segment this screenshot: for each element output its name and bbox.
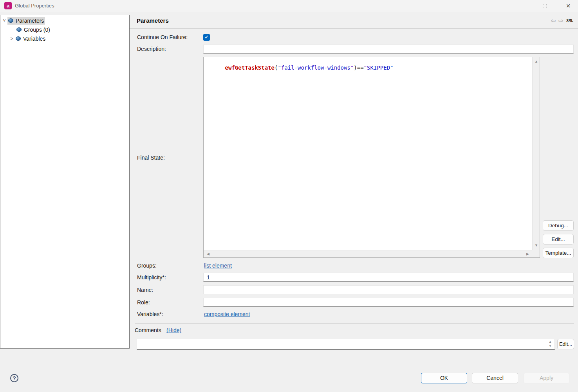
tree-item-groups[interactable]: Groups (0)	[0, 25, 129, 34]
comments-input[interactable]: ▲ ▼	[137, 339, 555, 350]
name-label: Name:	[137, 287, 153, 293]
tree-node-selected[interactable]: Parameters	[7, 17, 45, 25]
page-title: Parameters	[137, 17, 169, 24]
code-function-token: ewfGetTaskState	[225, 65, 275, 71]
continue-on-failure-label: Continue On Failure:	[137, 34, 188, 40]
scroll-right-icon[interactable]: ▶	[526, 252, 529, 256]
app-logo-icon: a	[4, 2, 12, 9]
tree-node[interactable]: Groups (0)	[16, 26, 51, 34]
tree-item-label: Variables	[23, 36, 45, 42]
scrollbar-corner	[532, 250, 540, 257]
scroll-up-icon[interactable]: ▲	[535, 60, 538, 63]
xml-view-button[interactable]: XML	[566, 18, 573, 23]
back-arrow-icon[interactable]: ⇦	[551, 18, 556, 23]
multiplicity-label: Multiplicity*:	[137, 274, 166, 281]
help-icon[interactable]: ?	[10, 374, 18, 382]
continue-on-failure-checkbox[interactable]: ✓	[203, 34, 210, 41]
expression-text: ewfGetTaskState("fail-workflow-windows")…	[205, 58, 393, 77]
description-label: Description:	[137, 46, 166, 52]
minimize-button[interactable]	[513, 0, 531, 12]
groups-label: Groups:	[137, 263, 157, 269]
template-button[interactable]: Template...	[543, 248, 574, 258]
variables-label: Variables*:	[137, 311, 163, 317]
final-state-expression-editor[interactable]: ewfGetTaskState("fail-workflow-windows")…	[203, 57, 540, 258]
groups-list-element-link[interactable]: list element	[204, 263, 232, 269]
name-input[interactable]	[203, 285, 574, 294]
role-input[interactable]	[203, 298, 574, 307]
comments-hide-link[interactable]: (Hide)	[166, 327, 181, 333]
cancel-button[interactable]: Cancel	[472, 373, 518, 383]
scroll-left-icon[interactable]: ◀	[207, 252, 210, 256]
header-divider	[130, 28, 578, 29]
checkmark-icon: ✓	[204, 34, 208, 40]
code-operator-token: ==	[357, 65, 364, 71]
maximize-icon	[543, 4, 547, 8]
comments-divider	[135, 323, 574, 324]
description-input[interactable]	[203, 45, 574, 54]
tree-item-parameters[interactable]: ˅ Parameters	[0, 16, 129, 25]
tree-item-label: Groups (0)	[24, 27, 50, 33]
navigation-tree: ˅ Parameters Groups (0) ˃ Variables	[0, 15, 130, 349]
global-properties-dialog: a Global Properties ✕ ˅ Parameters Group…	[0, 0, 578, 392]
apply-button: Apply	[524, 373, 569, 383]
ok-button[interactable]: OK	[421, 373, 467, 383]
comments-spinner: ▲ ▼	[547, 340, 553, 348]
comments-edit-button[interactable]: Edit...	[557, 339, 574, 349]
scroll-down-icon[interactable]: ▼	[535, 244, 538, 247]
spinner-down-icon[interactable]: ▼	[549, 345, 552, 348]
close-icon: ✕	[566, 3, 571, 9]
code-string-token: "SKIPPED"	[364, 65, 394, 71]
final-state-label: Final State:	[137, 155, 165, 161]
code-string-token: "fail-workflow-windows"	[278, 65, 354, 71]
debug-button[interactable]: Debug...	[543, 220, 574, 231]
header-toolbar: ⇦ ⇨ XML	[551, 18, 573, 23]
node-sphere-icon	[16, 27, 22, 32]
edit-button[interactable]: Edit...	[543, 234, 574, 245]
node-sphere-icon	[8, 18, 13, 23]
role-label: Role:	[137, 299, 150, 306]
window-title: Global Properties	[15, 0, 54, 12]
tree-item-label: Parameters	[16, 18, 44, 24]
tree-item-variables[interactable]: ˃ Variables	[0, 34, 129, 43]
vertical-scrollbar[interactable]: ▲ ▼	[532, 57, 540, 250]
horizontal-scrollbar[interactable]: ◀ ▶	[204, 250, 532, 257]
code-paren-token: )	[354, 65, 357, 71]
tree-node[interactable]: Variables	[15, 35, 47, 43]
node-sphere-icon	[16, 36, 21, 41]
forward-arrow-icon[interactable]: ⇨	[558, 18, 564, 23]
close-button[interactable]: ✕	[559, 0, 577, 12]
maximize-button[interactable]	[536, 0, 554, 12]
multiplicity-input[interactable]	[203, 273, 574, 282]
minimize-icon	[520, 6, 524, 6]
comments-label: Comments	[135, 327, 161, 333]
variables-composite-element-link[interactable]: composite element	[204, 311, 250, 317]
titlebar: a Global Properties ✕	[0, 0, 578, 12]
chevron-right-icon[interactable]: ˃	[9, 36, 15, 41]
chevron-down-icon[interactable]: ˅	[1, 18, 7, 23]
spinner-up-icon[interactable]: ▲	[549, 340, 552, 343]
